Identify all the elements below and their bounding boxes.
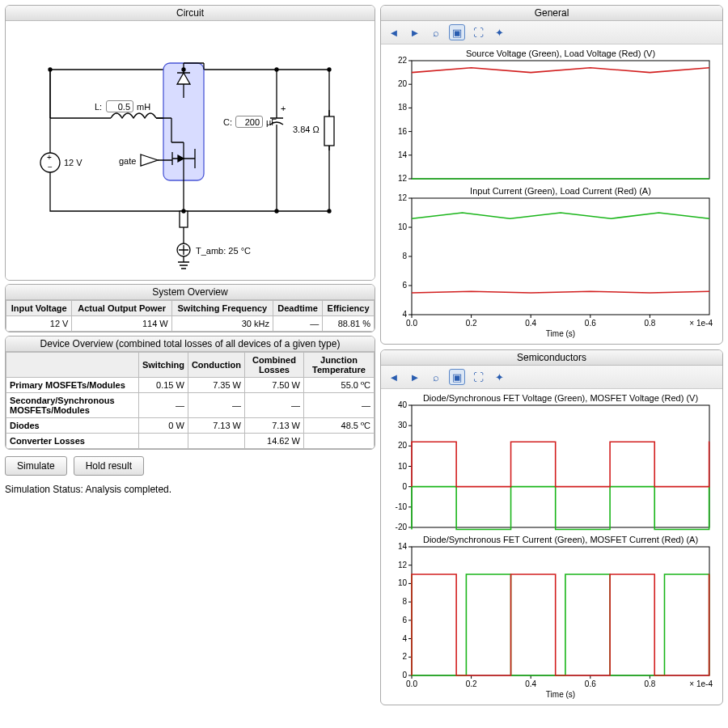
svg-text:Time (s): Time (s) <box>546 690 575 699</box>
device-overview-table: SwitchingConductionCombined LossesJuncti… <box>6 352 375 449</box>
svg-text:14: 14 <box>398 542 408 551</box>
cell: — <box>303 393 374 418</box>
table-row: Converter Losses14.62 W <box>6 434 375 449</box>
table-row: Secondary/Synchronous MOSFETs/Modules———… <box>6 393 375 418</box>
table-row: Primary MOSFETs/Modules0.15 W7.35 W7.50 … <box>6 378 375 393</box>
cap-value-input[interactable] <box>235 116 263 128</box>
cell: — <box>138 393 188 418</box>
cursor-icon[interactable]: ✦ <box>491 369 507 385</box>
system-overview-title: System Overview <box>6 285 375 300</box>
cell: 14.62 W <box>245 434 304 449</box>
svg-text:0.2: 0.2 <box>466 319 477 328</box>
table-row: Diodes0 W7.13 W7.13 W48.5 ºC <box>6 418 375 434</box>
device-overview-panel: Device Overview (combined total losses o… <box>5 336 375 450</box>
cell: — <box>188 393 244 418</box>
cell <box>138 434 188 449</box>
semi-current-chart: Diode/Synchronous FET Current (Green), M… <box>386 534 716 700</box>
general-panel: General ◄ ► ⌕ ▣ ⛶ ✦ Source Voltage (Gree… <box>380 5 723 345</box>
svg-text:-10: -10 <box>396 502 408 511</box>
general-voltage-chart: Source Voltage (Green), Load Voltage (Re… <box>386 48 716 185</box>
svg-rect-29 <box>412 198 709 315</box>
nav-fwd-icon[interactable]: ► <box>407 24 423 40</box>
svg-text:0.8: 0.8 <box>644 319 655 328</box>
device-overview-title: Device Overview (combined total losses o… <box>6 336 375 352</box>
svg-text:-20: -20 <box>396 523 408 531</box>
semiconductors-title: Semiconductors <box>381 350 722 366</box>
svg-text:20: 20 <box>398 79 408 88</box>
svg-text:0.6: 0.6 <box>585 319 596 328</box>
nav-back-icon[interactable]: ◄ <box>386 24 402 40</box>
zoom-box-icon[interactable]: ▣ <box>449 24 465 40</box>
vin-label: 12 V <box>64 158 83 167</box>
tamb-label: T_amb: 25 °C <box>196 246 251 256</box>
svg-text:14: 14 <box>398 150 408 159</box>
svg-text:8: 8 <box>402 252 407 260</box>
semi-voltage-chart: Diode/Synchronous FET Voltage (Green), M… <box>386 392 716 534</box>
simulation-status: Simulation Status: Analysis completed. <box>5 484 375 495</box>
svg-text:Diode/Synchronous FET Current : Diode/Synchronous FET Current (Green), M… <box>423 535 698 544</box>
col-header: Deadtime <box>273 301 322 316</box>
circuit-title: Circuit <box>6 6 375 21</box>
cell: Diodes <box>6 418 139 434</box>
cell: 0.15 W <box>138 378 188 393</box>
col-header: Actual Output Power <box>72 301 171 316</box>
col-header: Switching Frequency <box>171 301 273 316</box>
cell <box>303 434 374 449</box>
svg-rect-7 <box>324 116 334 146</box>
semiconductors-panel: Semiconductors ◄ ► ⌕ ▣ ⛶ ✦ Diode/Synchro… <box>380 349 723 705</box>
col-header: Input Voltage <box>6 301 72 316</box>
cap-unit: µF <box>266 117 277 127</box>
svg-text:12: 12 <box>398 561 408 569</box>
system-overview-table: Input VoltageActual Output PowerSwitchin… <box>6 300 375 332</box>
svg-text:12: 12 <box>398 193 408 202</box>
svg-text:12: 12 <box>398 174 408 183</box>
fit-icon[interactable]: ⛶ <box>470 369 486 385</box>
cell <box>188 434 244 449</box>
svg-text:2: 2 <box>402 652 407 661</box>
simulate-button[interactable]: Simulate <box>5 456 67 476</box>
cell: Secondary/Synchronous MOSFETs/Modules <box>6 393 139 418</box>
fit-icon[interactable]: ⛶ <box>470 24 486 40</box>
cell: 0 W <box>138 418 188 434</box>
svg-text:40: 40 <box>398 400 408 409</box>
zoom-icon[interactable]: ⌕ <box>428 369 444 385</box>
general-toolbar: ◄ ► ⌕ ▣ ⛶ ✦ <box>381 21 722 44</box>
zoom-icon[interactable]: ⌕ <box>428 24 444 40</box>
cursor-icon[interactable]: ✦ <box>491 24 507 40</box>
cell: 7.35 W <box>188 378 244 393</box>
svg-text:0.2: 0.2 <box>466 679 477 688</box>
svg-text:30: 30 <box>398 421 408 430</box>
cell: 12 V <box>6 316 72 332</box>
svg-text:4: 4 <box>402 634 407 643</box>
svg-text:Diode/Synchronous FET Voltage : Diode/Synchronous FET Voltage (Green), M… <box>423 393 698 403</box>
svg-text:20: 20 <box>398 441 408 450</box>
load-r-label: 3.84 Ω <box>293 125 320 134</box>
svg-text:Input Current (Green),  Load C: Input Current (Green), Load Current (Red… <box>470 186 651 196</box>
cell: 30 kHz <box>171 316 273 332</box>
general-current-chart: Input Current (Green), Load Current (Red… <box>386 185 716 339</box>
col-header: Combined Losses <box>245 353 304 378</box>
col-header: Efficiency <box>323 301 375 316</box>
cell: — <box>245 393 304 418</box>
svg-text:4: 4 <box>402 310 407 319</box>
svg-point-10 <box>275 68 278 71</box>
zoom-box-icon[interactable]: ▣ <box>449 369 465 385</box>
nav-back-icon[interactable]: ◄ <box>386 369 402 385</box>
svg-text:10: 10 <box>398 222 408 231</box>
system-overview-panel: System Overview Input VoltageActual Outp… <box>5 284 375 332</box>
svg-text:× 1e-4: × 1e-4 <box>689 319 713 328</box>
hold-result-button[interactable]: Hold result <box>74 456 144 476</box>
circuit-canvas: + − <box>6 21 375 280</box>
inductor-value-input[interactable] <box>106 100 133 112</box>
svg-text:0.4: 0.4 <box>525 319 536 328</box>
col-header: Junction Temperature <box>303 353 374 378</box>
col-header <box>6 353 139 378</box>
circuit-schematic: + − <box>6 21 375 280</box>
general-title: General <box>381 6 722 21</box>
cell: Converter Losses <box>6 434 139 449</box>
semiconductors-toolbar: ◄ ► ⌕ ▣ ⛶ ✦ <box>381 366 722 389</box>
svg-text:−: − <box>48 163 53 171</box>
svg-text:0.8: 0.8 <box>644 679 655 688</box>
nav-fwd-icon[interactable]: ► <box>407 369 423 385</box>
cell: 7.13 W <box>188 418 244 434</box>
